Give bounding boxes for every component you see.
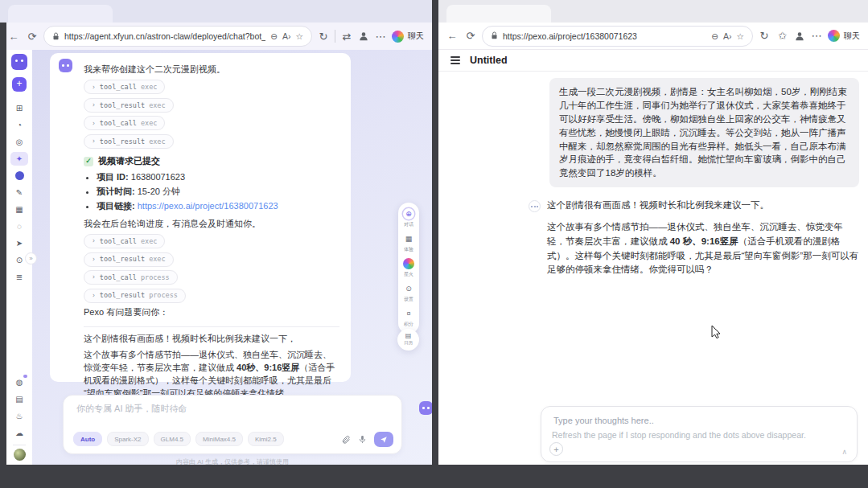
attach-icon[interactable] <box>341 434 351 445</box>
float-spark-item[interactable]: 星火 <box>403 258 414 278</box>
tool-result-chip[interactable]: ›tool_resultexec <box>84 252 174 267</box>
submitted-status: ✓ 视频请求已提交 <box>84 155 339 168</box>
float-experience-item[interactable]: ▦体验 <box>403 233 414 253</box>
tool-result-chip[interactable]: ›tool_resultexec <box>84 98 174 113</box>
address-bar[interactable]: https://pexo.ai/project/16380071623 ⊖ A›… <box>482 26 753 47</box>
tool-call-chip[interactable]: ›tool_callexec <box>84 116 165 130</box>
right-browser-window: ← ⟳ https://pexo.ai/project/16380071623 … <box>438 0 868 465</box>
user-avatar[interactable] <box>14 449 26 461</box>
notification-bell-icon[interactable]: ♨ <box>10 409 28 423</box>
tool-call-chip[interactable]: ›tool_callprocess <box>84 270 178 285</box>
project-link[interactable]: https://pexo.ai/project/16380071623 <box>138 201 278 211</box>
app-logo[interactable] <box>11 54 27 70</box>
sidebar-collapse-button[interactable]: » <box>25 252 37 265</box>
mouse-cursor <box>711 325 721 338</box>
chat-input[interactable] <box>75 403 319 414</box>
gear-icon: ⊙ <box>403 283 414 294</box>
claw-agent-icon[interactable]: ✦ <box>10 152 28 166</box>
tool-call-chip[interactable]: ›tool_callexec <box>84 80 165 94</box>
send-icon[interactable]: ➤ <box>10 236 28 250</box>
left-browser-window: ← ⟳ https://agent.xfyun.cn/astron-claw/d… <box>0 0 432 465</box>
float-chat-item[interactable]: ⊕对话 <box>403 208 414 228</box>
split-screen-icon[interactable]: ⇄ <box>339 31 354 43</box>
mic-icon[interactable] <box>358 434 367 445</box>
lock-icon <box>491 31 498 40</box>
float-calendar-button[interactable]: ▤ 日历 <box>397 329 419 351</box>
points-icon: ¤ <box>403 308 414 319</box>
grid-icon: ▦ <box>403 233 414 244</box>
model-chip-kimi[interactable]: Kimi2.5 <box>248 432 284 446</box>
detail-eta: 预计时间: 15-20 分钟 <box>97 186 339 199</box>
apps-grid-icon[interactable]: ⊞ <box>10 101 28 115</box>
right-browser-toolbar: ← ⟳ https://pexo.ai/project/16380071623 … <box>438 23 868 50</box>
add-attachment-button[interactable]: + <box>549 442 563 456</box>
layers-icon[interactable]: ≣ <box>10 270 28 284</box>
profile-icon[interactable] <box>794 31 805 42</box>
desktop-edge <box>0 23 6 465</box>
chat-message-card: 我来帮你创建这个二次元漫剧视频。 ›tool_callexec ›tool_re… <box>50 53 351 382</box>
left-tab-strip <box>0 0 432 23</box>
tool-call-chip[interactable]: ›tool_callexec <box>84 234 165 248</box>
sidebar-divider <box>13 445 26 445</box>
profile-dot-icon[interactable] <box>10 169 28 182</box>
chat-plus-icon: ⊕ <box>403 208 414 219</box>
left-browser-tab[interactable] <box>8 5 113 23</box>
collapse-chevron-icon[interactable]: ∧ <box>841 448 847 456</box>
back-icon[interactable]: ← <box>6 31 21 43</box>
right-browser-tab[interactable] <box>446 5 551 23</box>
lock-icon <box>52 32 60 41</box>
assistant-line1: 这个剧情很有画面感！视频时长和比例我来建议一下。 <box>547 199 859 213</box>
search-icon[interactable]: ◌ <box>10 219 28 233</box>
spark-extension-icon[interactable] <box>828 30 840 42</box>
float-points-item[interactable]: ¤积分 <box>403 308 414 328</box>
refresh-icon[interactable]: ⟳ <box>25 31 39 43</box>
more-menu-icon[interactable]: ⋯ <box>809 30 824 42</box>
menu-icon[interactable] <box>450 56 460 64</box>
read-aloud-icon[interactable]: A› <box>282 31 291 41</box>
favorite-star-icon[interactable]: ☆ <box>737 31 744 41</box>
discover-icon[interactable]: ◎ <box>10 135 28 149</box>
model-chip-glm[interactable]: GLM4.5 <box>154 432 191 446</box>
workspace-icon[interactable]: ▦ <box>10 203 28 216</box>
browser-essentials-icon[interactable]: ↻ <box>757 30 771 42</box>
spark-extension-label: 聊天 <box>844 31 860 42</box>
pexo-chat: 生成一段二次元漫剧视频，剧情是：女主名叫柳如烟，50岁，刚刚结束几十年的工作生涯… <box>529 78 859 285</box>
refresh-icon[interactable]: ⟳ <box>463 30 478 42</box>
chat-composer: Auto Spark-X2 GLM4.5 MiniMax4.5 Kimi2.5 <box>63 395 402 454</box>
history-icon[interactable]: ◔ <box>10 118 28 132</box>
assistant-message-row: 这个剧情很有画面感！视频时长和比例我来建议一下。 这个故事有多个情感节拍——退休… <box>529 199 859 285</box>
read-aloud-icon[interactable]: A› <box>723 31 732 41</box>
model-chip-spark[interactable]: Spark-X2 <box>107 432 148 446</box>
address-bar[interactable]: https://agent.xfyun.cn/astron-claw/deplo… <box>43 26 312 47</box>
model-chip-minimax[interactable]: MiniMax4.5 <box>195 432 243 446</box>
profile-icon[interactable] <box>358 31 369 42</box>
back-icon[interactable]: ← <box>445 30 459 42</box>
favorite-star-icon[interactable]: ☆ <box>296 31 303 41</box>
detail-project-id: 项目 ID: 16380071623 <box>97 171 339 184</box>
send-button[interactable] <box>374 432 393 447</box>
collections-icon[interactable]: ✩ <box>775 30 790 42</box>
spark-extension-icon[interactable] <box>392 31 404 43</box>
cloud-icon[interactable]: ☁ <box>10 426 28 440</box>
browser-essentials-icon[interactable]: ↻ <box>316 31 331 43</box>
advice-line1: 这个剧情很有画面感！视频时长和比例我来建议一下， <box>84 333 339 346</box>
composer-helper-text: Refresh the page if I stop responding an… <box>552 430 806 440</box>
assistant-mascot-widget[interactable] <box>419 401 432 415</box>
project-title: Untitled <box>470 55 508 66</box>
edit-icon[interactable]: ✎ <box>10 186 28 199</box>
globe-icon[interactable]: ◍ <box>10 375 28 389</box>
tool-result-chip[interactable]: ›tool_resultexec <box>84 134 174 149</box>
more-menu-icon[interactable]: ⋯ <box>373 31 388 43</box>
thoughts-input[interactable] <box>552 415 821 426</box>
zoom-out-icon[interactable]: ⊖ <box>711 31 718 41</box>
document-icon[interactable]: ▤ <box>10 392 28 406</box>
new-chat-button[interactable]: + <box>12 77 27 92</box>
model-chip-auto[interactable]: Auto <box>73 432 102 446</box>
float-settings-item[interactable]: ⊙设置 <box>403 283 414 303</box>
zoom-out-icon[interactable]: ⊖ <box>270 31 278 41</box>
ai-disclaimer: 内容由 AI 生成，仅供参考，请谨慎使用 <box>63 457 402 465</box>
panel-icon: ▤ <box>405 333 412 339</box>
assistant-avatar <box>529 200 541 212</box>
tool-result-chip[interactable]: ›tool_resultprocess <box>84 289 186 303</box>
user-message-bubble: 生成一段二次元漫剧视频，剧情是：女主名叫柳如烟，50岁，刚刚结束几十年的工作生涯… <box>549 78 859 187</box>
